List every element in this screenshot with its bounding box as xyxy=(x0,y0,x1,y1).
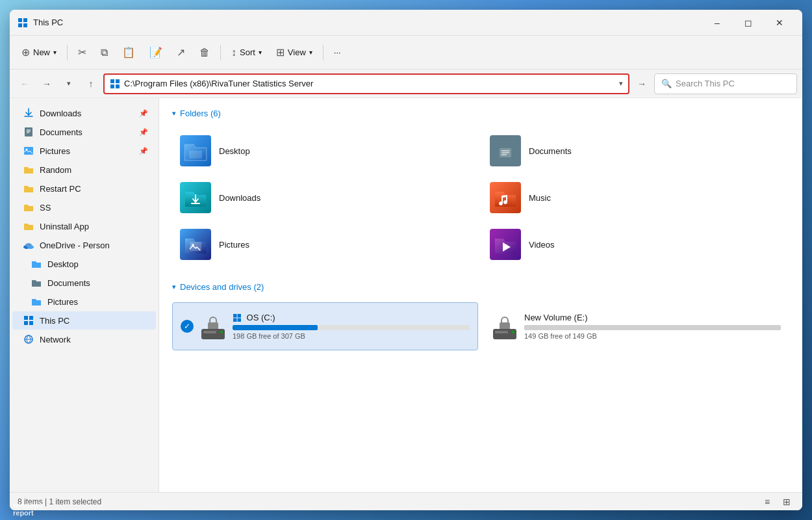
rename-icon: 📝 xyxy=(149,46,162,58)
toolbar-separator-1 xyxy=(67,45,68,60)
folders-section-title: Folders (6) xyxy=(180,109,221,118)
sidebar-item-label: OneDrive - Person xyxy=(40,240,110,250)
svg-rect-2 xyxy=(18,23,22,27)
sidebar-item-label: Restart PC xyxy=(40,184,81,194)
new-chevron-icon: ▾ xyxy=(53,49,57,56)
sidebar-item-pictures[interactable]: Pictures 📌 xyxy=(12,142,156,160)
folder-icon xyxy=(31,277,42,289)
svg-rect-19 xyxy=(24,321,28,325)
folder-item-pictures[interactable]: Pictures xyxy=(172,222,479,266)
sidebar-item-documents-onedrive[interactable]: Documents xyxy=(12,274,156,292)
svg-rect-35 xyxy=(233,314,237,318)
minimize-button[interactable]: – xyxy=(702,12,732,33)
more-button[interactable]: ··· xyxy=(327,41,348,64)
folder-music-icon xyxy=(490,182,521,213)
folder-item-desktop[interactable]: Desktop xyxy=(172,129,479,173)
svg-rect-8 xyxy=(25,127,32,136)
watermark: windowsreport xyxy=(13,501,43,517)
folder-icon xyxy=(23,183,34,194)
drives-chevron-icon: ▾ xyxy=(172,283,176,291)
window-icon xyxy=(18,18,28,28)
folder-videos-icon xyxy=(490,229,521,260)
folder-documents-icon xyxy=(490,135,521,166)
folder-item-documents[interactable]: Documents xyxy=(482,129,789,173)
svg-rect-18 xyxy=(29,316,33,320)
navigate-button[interactable]: → xyxy=(632,74,652,94)
folder-name: Videos xyxy=(529,240,555,250)
drives-section-header[interactable]: ▾ Devices and drives (2) xyxy=(172,282,789,292)
sidebar-item-label: Network xyxy=(40,335,71,344)
sidebar-item-label: Desktop xyxy=(47,259,79,269)
downloads-icon xyxy=(23,107,34,119)
sort-button[interactable]: ↕ Sort ▾ xyxy=(225,41,268,64)
share-icon: ↗ xyxy=(177,46,185,58)
svg-rect-7 xyxy=(116,84,120,88)
drive-checkbox-c: ✓ xyxy=(181,320,194,333)
drive-item-e[interactable]: New Volume (E:) 149 GB free of 149 GB xyxy=(483,302,789,350)
forward-button[interactable]: → xyxy=(37,74,57,94)
copy-button[interactable]: ⧉ xyxy=(94,41,114,64)
folder-item-music[interactable]: Music xyxy=(482,176,789,220)
main-content: Downloads 📌 Documents 📌 Pictures 📌 xyxy=(10,98,802,492)
drive-icon-e xyxy=(492,311,518,342)
pin-icon: 📌 xyxy=(139,109,148,118)
delete-icon: 🗑 xyxy=(199,47,210,58)
grid-view-button[interactable]: ⊞ xyxy=(779,494,794,510)
sidebar-item-this-pc[interactable]: This PC xyxy=(12,311,156,330)
copy-icon: ⧉ xyxy=(101,47,108,58)
sidebar-item-label: Documents xyxy=(40,127,82,137)
folders-section-header[interactable]: ▾ Folders (6) xyxy=(172,109,789,118)
back-button[interactable]: ← xyxy=(15,74,34,94)
sidebar-item-label: Downloads xyxy=(40,109,81,118)
paste-button[interactable]: 📋 xyxy=(116,41,142,64)
drive-item-c[interactable]: ✓ xyxy=(172,302,478,350)
sidebar-item-desktop[interactable]: Desktop xyxy=(12,255,156,273)
delete-button[interactable]: 🗑 xyxy=(193,41,216,64)
folder-item-downloads[interactable]: Downloads xyxy=(172,176,479,220)
drive-bar-c xyxy=(233,325,470,330)
svg-rect-41 xyxy=(495,331,508,333)
pictures-icon xyxy=(23,145,34,157)
sidebar-item-downloads[interactable]: Downloads 📌 xyxy=(12,104,156,122)
sidebar-item-onedrive[interactable]: OneDrive - Person xyxy=(12,236,156,254)
new-button[interactable]: ⊕ New ▾ xyxy=(15,41,63,64)
sidebar-item-pictures-onedrive[interactable]: Pictures xyxy=(12,292,156,311)
folder-name: Desktop xyxy=(219,146,250,156)
sidebar-item-documents[interactable]: Documents 📌 xyxy=(12,123,156,141)
sidebar: Downloads 📌 Documents 📌 Pictures 📌 xyxy=(10,98,159,492)
view-controls: ≡ ⊞ xyxy=(759,494,794,510)
new-icon: ⊕ xyxy=(21,46,30,58)
sidebar-item-restart-pc[interactable]: Restart PC xyxy=(12,179,156,198)
share-button[interactable]: ↗ xyxy=(170,41,192,64)
window-controls: – ◻ ✕ xyxy=(702,12,794,33)
sidebar-item-label: Pictures xyxy=(47,297,78,307)
folder-item-videos[interactable]: Videos xyxy=(482,222,789,266)
address-input[interactable]: C:\Program Files (x86)\RivaTuner Statist… xyxy=(103,73,629,94)
close-button[interactable]: ✕ xyxy=(765,12,794,33)
sidebar-item-ss[interactable]: SS xyxy=(12,198,156,216)
svg-rect-0 xyxy=(18,18,22,22)
sidebar-item-uninstall-app[interactable]: Uninstall App xyxy=(12,217,156,235)
up-button[interactable]: ↑ xyxy=(81,74,101,94)
search-box[interactable]: 🔍 Search This PC xyxy=(654,73,797,94)
list-view-button[interactable]: ≡ xyxy=(759,494,775,510)
view-icon: ⊞ xyxy=(276,46,285,58)
svg-rect-20 xyxy=(29,321,33,325)
view-chevron-icon: ▾ xyxy=(309,49,312,56)
recent-button[interactable]: ▾ xyxy=(59,74,79,94)
search-placeholder: Search This PC xyxy=(676,79,735,88)
title-bar: This PC – ◻ ✕ xyxy=(10,10,802,36)
view-button[interactable]: ⊞ View ▾ xyxy=(270,41,319,64)
sidebar-item-network[interactable]: Network xyxy=(12,330,156,348)
sidebar-item-label: Documents xyxy=(47,278,90,288)
sort-chevron-icon: ▾ xyxy=(259,49,262,56)
svg-rect-38 xyxy=(238,318,242,322)
cut-button[interactable]: ✂ xyxy=(71,41,93,64)
sidebar-item-random[interactable]: Random xyxy=(12,161,156,179)
maximize-button[interactable]: ◻ xyxy=(733,12,763,33)
address-chevron-icon[interactable]: ▾ xyxy=(619,79,623,88)
rename-button[interactable]: 📝 xyxy=(143,41,169,64)
view-label: View xyxy=(288,47,306,57)
svg-rect-36 xyxy=(238,314,242,318)
folder-downloads-icon xyxy=(180,182,211,213)
